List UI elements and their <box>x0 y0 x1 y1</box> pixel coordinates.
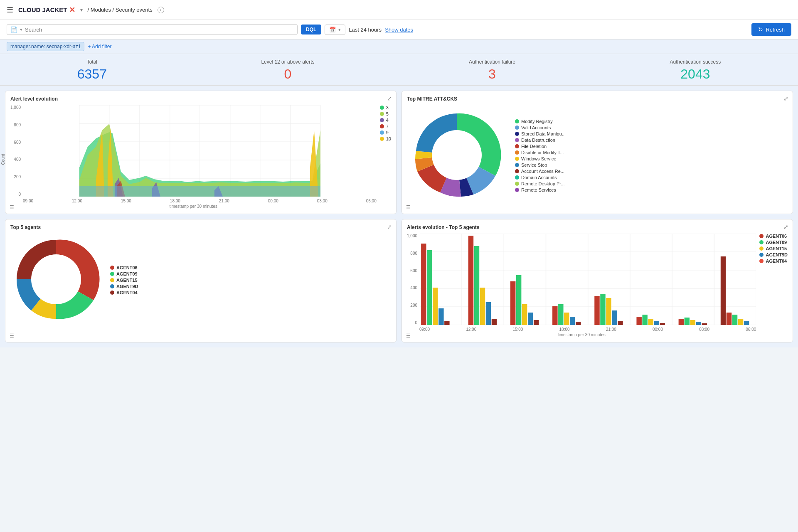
svg-rect-47 <box>474 246 479 325</box>
table-icon-mitre[interactable]: ☰ <box>406 204 411 210</box>
alert-chart-svg <box>23 105 377 197</box>
legend-dot-valid-accounts <box>515 126 519 130</box>
svg-rect-72 <box>685 318 690 325</box>
expand-icon-agents[interactable]: ⤢ <box>387 224 392 230</box>
legend-label-3: 3 <box>386 105 389 110</box>
x-axis-title: timestamp per 30 minutes <box>10 204 377 209</box>
evolution-legend: AGENT06 AGENT09 AGENT15 AGENT9D AGENT04 <box>759 234 788 264</box>
expand-icon[interactable]: ⤢ <box>783 95 788 102</box>
legend-item-modify-registry: Modify Registry <box>515 119 566 124</box>
legend-label-domain-accounts: Domain Accounts <box>521 175 557 180</box>
table-icon-evolution[interactable]: ☰ <box>406 333 411 339</box>
legend-item-agent09: AGENT09 <box>110 271 138 276</box>
stat-total: Total 6357 <box>77 59 107 82</box>
evo-legend-label-agent06: AGENT06 <box>766 234 787 239</box>
legend-item-5: 5 <box>380 111 391 116</box>
table-icon-agents[interactable]: ☰ <box>10 333 14 339</box>
legend-item-agent15: AGENT15 <box>110 278 138 283</box>
svg-rect-53 <box>522 304 527 325</box>
svg-rect-57 <box>558 304 563 325</box>
show-dates-link[interactable]: Show dates <box>385 27 413 33</box>
active-filter-tag[interactable]: manager.name: secnap-xdr-az1 <box>7 42 84 51</box>
evo-legend-agent9d: AGENT9D <box>759 252 788 257</box>
y-axis-label: Count <box>1 154 5 165</box>
legend-item-data-destruction: Data Destruction <box>515 138 566 143</box>
legend-label-remote-desktop: Remote Desktop Pr... <box>521 181 565 186</box>
date-range-text: Last 24 hours <box>349 27 382 33</box>
legend-item-9: 9 <box>380 130 391 135</box>
calendar-icon: 📅 <box>329 27 336 33</box>
x-axis-labels: 09:00 12:00 15:00 18:00 21:00 00:00 03:0… <box>10 199 377 203</box>
evo-legend-label-agent15: AGENT15 <box>766 246 787 251</box>
legend-label-file-deletion: File Deletion <box>521 144 547 149</box>
stat-total-label: Total <box>77 59 107 65</box>
search-input[interactable] <box>25 27 294 33</box>
legend-label-agent15: AGENT15 <box>116 278 138 283</box>
top-bar: ☰ CLOUD JACKET ✕ ▾ / Modules / Security … <box>0 0 798 20</box>
search-container: 📄 ▾ <box>7 24 298 35</box>
evo-legend-dot-agent15 <box>759 246 764 251</box>
agents-legend: AGENT06 AGENT09 AGENT15 AGENT9D AGENT04 <box>110 265 138 295</box>
info-icon[interactable]: i <box>158 7 164 13</box>
dql-button[interactable]: DQL <box>301 25 321 34</box>
legend-dot-domain-accounts <box>515 175 519 180</box>
legend-dot-7 <box>380 124 384 128</box>
legend-item-10: 10 <box>380 136 391 141</box>
svg-rect-62 <box>600 294 605 325</box>
legend-dot-modify-registry <box>515 119 519 123</box>
mitre-donut-svg <box>407 105 507 205</box>
legend-item-agent04: AGENT04 <box>110 290 138 295</box>
agents-donut-chart <box>10 234 102 326</box>
svg-rect-59 <box>570 317 575 325</box>
svg-rect-63 <box>606 298 611 325</box>
svg-rect-70 <box>660 323 665 325</box>
stat-level12-label: Level 12 or above alerts <box>261 59 314 65</box>
logo-x-icon: ✕ <box>69 5 75 15</box>
top5-agents-title: Top 5 agents <box>10 224 391 230</box>
document-icon: 📄 <box>10 26 17 33</box>
svg-rect-54 <box>528 313 533 325</box>
legend-label-9: 9 <box>386 130 389 135</box>
svg-rect-78 <box>732 315 737 325</box>
stat-total-value: 6357 <box>77 66 107 82</box>
svg-marker-24 <box>79 186 320 197</box>
svg-rect-46 <box>468 236 473 325</box>
evo-legend-dot-agent9d <box>759 253 764 257</box>
evo-legend-agent06: AGENT06 <box>759 234 788 239</box>
svg-rect-58 <box>564 313 569 325</box>
legend-dot-agent04 <box>110 291 114 295</box>
table-icon[interactable]: ☰ <box>10 204 14 210</box>
legend-item-valid-accounts: Valid Accounts <box>515 125 566 130</box>
y-axis-ticks-evolution: 0 200 400 600 800 1,000 <box>407 234 418 325</box>
legend-dot-data-destruction <box>515 138 519 142</box>
svg-rect-60 <box>576 322 581 325</box>
legend-item-windows-service: Windows Service <box>515 156 566 161</box>
menu-icon[interactable]: ☰ <box>7 5 13 15</box>
mitre-chart-card: Top MITRE ATT&CKS ⤢ <box>401 91 793 214</box>
expand-icon-evolution[interactable]: ⤢ <box>783 224 788 230</box>
evo-legend-label-agent09: AGENT09 <box>766 240 787 245</box>
x-axis-title-evolution: timestamp per 30 minutes <box>407 332 756 337</box>
svg-rect-69 <box>654 321 659 325</box>
svg-rect-74 <box>696 322 701 325</box>
legend-dot-4 <box>380 118 384 122</box>
svg-rect-49 <box>486 302 491 325</box>
chevron-down-icon[interactable]: ▾ <box>20 27 22 32</box>
date-selector[interactable]: 📅 ▾ <box>325 25 345 35</box>
legend-item-3: 3 <box>380 105 391 110</box>
logo-chevron-icon[interactable]: ▾ <box>80 7 83 13</box>
refresh-button[interactable]: ↻ Refresh <box>751 23 791 36</box>
legend-label-modify-registry: Modify Registry <box>521 119 553 124</box>
legend-label-agent04: AGENT04 <box>116 290 138 295</box>
legend-dot-agent09 <box>110 272 114 276</box>
legend-dot-agent15 <box>110 278 114 282</box>
agents-donut-svg <box>10 234 102 325</box>
svg-rect-43 <box>433 288 438 325</box>
legend-label-account-access: Account Access Re... <box>521 169 564 174</box>
svg-rect-77 <box>727 313 732 325</box>
add-filter-button[interactable]: + Add filter <box>88 44 111 49</box>
legend-label-data-destruction: Data Destruction <box>521 138 555 143</box>
evo-legend-agent09: AGENT09 <box>759 240 788 245</box>
expand-icon[interactable]: ⤢ <box>387 95 392 102</box>
alert-chart-title: Alert level evolution <box>10 96 391 102</box>
